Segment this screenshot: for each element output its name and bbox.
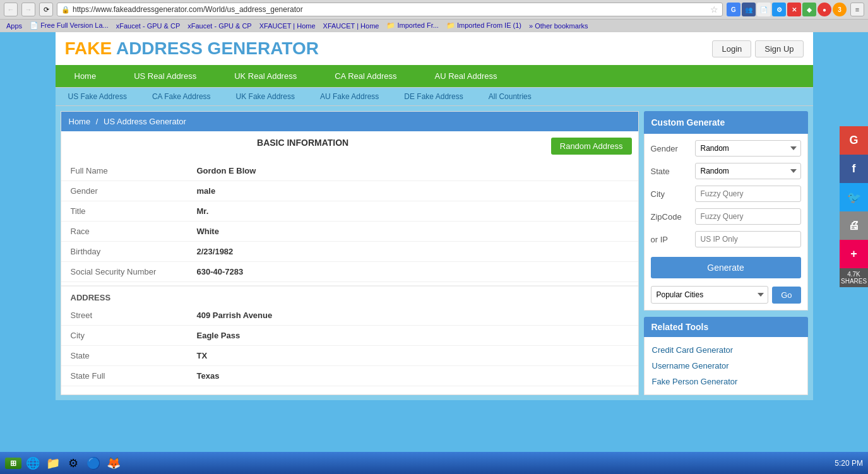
- gender-label: Gender: [61, 181, 187, 201]
- gender-form-label: Gender: [651, 144, 695, 153]
- logo-address-text: ADDRESS GENERATOR: [116, 39, 319, 58]
- google-share-button[interactable]: G: [840, 126, 868, 155]
- url-text: https://www.fakeaddressgenerator.com/Wor…: [73, 5, 708, 14]
- lock-icon: 🔒: [61, 6, 70, 14]
- race-label: Race: [61, 222, 187, 242]
- related-tools-title: Related Tools: [644, 317, 808, 337]
- popular-cities-select[interactable]: Popular Cities: [651, 286, 769, 304]
- content-inner: Random Address BASIC INFORMATION Full Na…: [61, 131, 638, 386]
- site-logo: FAKE ADDRESS GENERATOR: [65, 39, 319, 59]
- ip-form-label: or IP: [651, 235, 695, 244]
- subnav-uk-fake[interactable]: UK Fake Address: [223, 88, 307, 105]
- site-header: FAKE ADDRESS GENERATOR Login Sign Up: [56, 32, 813, 65]
- reload-button[interactable]: ⟳: [39, 3, 53, 16]
- bookmark-6[interactable]: 📁 Imported Fr...: [384, 21, 441, 30]
- bookmark-5[interactable]: XFAUCET | Home: [321, 21, 382, 30]
- state-label: State: [61, 346, 187, 366]
- address-bar[interactable]: 🔒 https://www.fakeaddressgenerator.com/W…: [57, 3, 723, 16]
- green-nav: Home US Real Address UK Real Address CA …: [56, 65, 813, 87]
- gender-row: Gender Random Male Female: [651, 140, 801, 157]
- table-row: Birthday 2/23/1982: [61, 242, 638, 262]
- bookmark-1[interactable]: 📄 Free Full Version La...: [27, 21, 111, 30]
- username-generator-link[interactable]: Username Generator: [652, 358, 800, 374]
- random-address-button[interactable]: Random Address: [551, 138, 632, 155]
- table-row: State Full Texas: [61, 366, 638, 386]
- signup-button[interactable]: Sign Up: [755, 40, 803, 57]
- city-form-label: City: [651, 189, 695, 199]
- nav-ca-real[interactable]: CA Real Address: [316, 65, 415, 87]
- bookmark-2[interactable]: xFaucet - GPU & CP: [114, 21, 182, 30]
- ext-icon-5[interactable]: ✕: [787, 3, 801, 16]
- logo-fake-text: FAKE: [65, 39, 116, 58]
- table-row: Full Name Gordon E Blow: [61, 161, 638, 181]
- state-select[interactable]: Random Alabama Alaska Arizona California…: [695, 163, 801, 179]
- twitter-share-button[interactable]: 🐦: [840, 183, 868, 211]
- gender-value: male: [187, 181, 638, 201]
- state-value: TX: [187, 346, 638, 366]
- birthday-value: 2/23/1982: [187, 242, 638, 262]
- login-button[interactable]: Login: [712, 40, 751, 57]
- breadcrumb-home[interactable]: Home: [69, 117, 91, 126]
- facebook-share-button[interactable]: f: [840, 155, 868, 183]
- subnav-de-fake[interactable]: DE Fake Address: [391, 88, 475, 105]
- zipcode-form-label: ZipCode: [651, 212, 695, 222]
- ext-icon-8[interactable]: 3: [833, 3, 847, 16]
- browser-toolbar: ← → ⟳ 🔒 https://www.fakeaddressgenerator…: [0, 0, 868, 19]
- menu-button[interactable]: ≡: [850, 3, 864, 16]
- state-full-label: State Full: [61, 366, 187, 386]
- go-button[interactable]: Go: [772, 287, 800, 304]
- sidebar: Custom Generate Gender Random Male Femal…: [644, 111, 808, 395]
- back-button[interactable]: ←: [4, 3, 18, 16]
- bookmark-3[interactable]: xFaucet - GPU & CP: [185, 21, 254, 30]
- share-count-number: 4.7K: [841, 271, 867, 278]
- subnav-all-countries[interactable]: All Countries: [476, 88, 544, 105]
- credit-card-generator-link[interactable]: Credit Card Generator: [652, 342, 800, 358]
- fake-person-generator-link[interactable]: Fake Person Generator: [652, 374, 800, 389]
- ext-icon-6[interactable]: ◆: [802, 3, 816, 16]
- generate-button[interactable]: Generate: [651, 257, 801, 278]
- nav-home[interactable]: Home: [56, 65, 116, 87]
- plus-share-button[interactable]: +: [840, 240, 868, 268]
- state-full-value: Texas: [187, 366, 638, 386]
- subnav-ca-fake[interactable]: CA Fake Address: [140, 88, 223, 105]
- zipcode-input[interactable]: [695, 208, 801, 225]
- table-row: State TX: [61, 346, 638, 366]
- ip-input[interactable]: [695, 231, 801, 247]
- city-value: Eagle Pass: [187, 326, 638, 346]
- browser-chrome: ← → ⟳ 🔒 https://www.fakeaddressgenerator…: [0, 0, 868, 32]
- google-ext-icon[interactable]: G: [727, 3, 740, 16]
- title-label: Title: [61, 201, 187, 222]
- subnav-us-fake[interactable]: US Fake Address: [56, 88, 140, 105]
- ext-icon-3[interactable]: 📄: [757, 3, 771, 16]
- ext-icon-7[interactable]: ●: [817, 3, 831, 16]
- table-row: Gender male: [61, 181, 638, 201]
- nav-au-real[interactable]: AU Real Address: [415, 65, 516, 87]
- city-input[interactable]: [695, 186, 801, 202]
- facebook-ext-icon[interactable]: 👥: [742, 3, 756, 16]
- bookmark-apps[interactable]: Apps: [4, 21, 25, 30]
- bookmark-4[interactable]: XFAUCET | Home: [257, 21, 318, 30]
- bookmark-7[interactable]: 📁 Imported From IE (1): [444, 21, 524, 30]
- gender-select[interactable]: Random Male Female: [695, 140, 801, 157]
- ip-row: or IP: [651, 231, 801, 247]
- table-row: Street 409 Parrish Avenue: [61, 305, 638, 326]
- bookmark-other[interactable]: » Other bookmarks: [526, 21, 591, 30]
- content-area: Home / US Address Generator Random Addre…: [56, 106, 813, 400]
- street-label: Street: [61, 305, 187, 326]
- subnav-au-fake[interactable]: AU Fake Address: [307, 88, 391, 105]
- address-table: Street 409 Parrish Avenue City Eagle Pas…: [61, 305, 638, 386]
- ext-icon-4[interactable]: ⚙: [772, 3, 786, 16]
- popular-cities-row: Popular Cities Go: [651, 286, 801, 304]
- table-row: Social Security Number 630-40-7283: [61, 262, 638, 282]
- forward-button[interactable]: →: [21, 3, 35, 16]
- bookmark-star-icon[interactable]: ☆: [710, 4, 718, 15]
- nav-us-real[interactable]: US Real Address: [115, 65, 215, 87]
- breadcrumb-current: US Address Generator: [104, 117, 186, 126]
- race-value: White: [187, 222, 638, 242]
- nav-uk-real[interactable]: UK Real Address: [215, 65, 316, 87]
- share-count: 4.7K SHARES: [840, 268, 868, 287]
- extension-icons: G 👥 📄 ⚙ ✕ ◆ ● 3: [727, 3, 847, 16]
- title-value: Mr.: [187, 201, 638, 222]
- print-button[interactable]: 🖨: [840, 211, 868, 240]
- table-row: City Eagle Pass: [61, 326, 638, 346]
